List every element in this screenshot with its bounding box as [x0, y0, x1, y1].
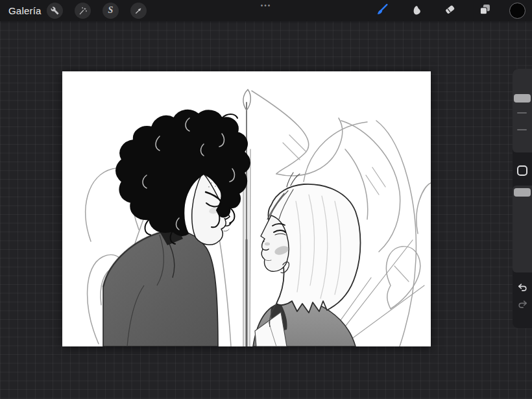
transform-arrow-icon: [134, 6, 143, 15]
slider-tick: [517, 112, 527, 114]
gallery-button[interactable]: Galería: [8, 0, 42, 21]
redo-button[interactable]: [516, 300, 528, 311]
modify-button[interactable]: [517, 165, 527, 176]
eraser-icon: [443, 3, 457, 19]
brush-size-slider[interactable]: [513, 69, 532, 152]
opacity-slider[interactable]: [513, 186, 532, 272]
color-swatch[interactable]: [509, 3, 526, 19]
eraser-button[interactable]: [441, 2, 459, 19]
redo-arrow-icon: [517, 299, 528, 313]
drawing-canvas[interactable]: [62, 71, 431, 346]
artwork: [62, 71, 431, 346]
layers-button[interactable]: [476, 2, 494, 19]
smudge-icon: [410, 3, 424, 19]
system-handle-dots[interactable]: •••: [254, 0, 278, 12]
side-toolbar: [513, 69, 532, 328]
layers-icon: [478, 3, 492, 19]
brush-size-slider-handle[interactable]: [514, 94, 531, 103]
selection-s-icon: S: [108, 6, 114, 15]
actions-button[interactable]: [47, 3, 63, 19]
brush-icon: [375, 3, 389, 19]
top-toolbar: Galería S: [0, 0, 532, 21]
magic-wand-icon: [79, 6, 88, 16]
opacity-slider-handle[interactable]: [514, 188, 531, 197]
wrench-icon: [51, 6, 59, 15]
slider-tick: [517, 129, 527, 130]
adjustments-button[interactable]: [75, 3, 91, 19]
paint-button[interactable]: [373, 2, 391, 19]
undo-button[interactable]: [516, 283, 528, 295]
selection-button[interactable]: S: [103, 3, 119, 19]
undo-arrow-icon: [517, 282, 528, 296]
transform-button[interactable]: [130, 3, 147, 19]
procreate-app: Galería S: [0, 0, 532, 399]
smudge-button[interactable]: [408, 2, 426, 19]
workspace-background: [0, 21, 532, 399]
